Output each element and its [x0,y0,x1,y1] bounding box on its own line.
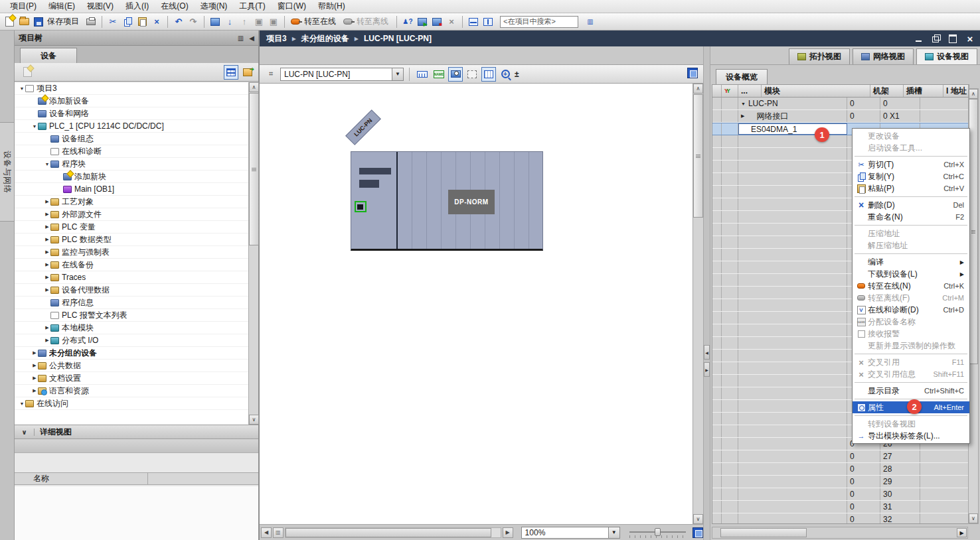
scroll-thumb[interactable] [249,93,259,245]
tree-item-在线和诊断[interactable]: 在线和诊断 [15,145,258,158]
tree-expander-icon[interactable]: ▶ [44,237,50,242]
module-cell[interactable] [738,186,847,198]
breadcrumb-segment[interactable]: 未分组的设备 [301,33,349,44]
menubar-item[interactable]: 工具(T) [233,0,271,13]
tree-item-分布式 I/O[interactable]: ▶分布式 I/O [15,334,258,347]
tree-item-语言和资源[interactable]: ▶语言和资源 [15,385,258,397]
close-button[interactable]: × [965,34,975,43]
module-cell[interactable] [738,261,847,273]
tree-item-添加新设备[interactable]: 添加新设备 [15,95,258,107]
module-cell[interactable] [738,312,847,324]
module-cell[interactable] [738,476,847,488]
menubar-item[interactable]: 窗口(W) [272,0,312,13]
tree-item-Traces[interactable]: ▶Traces [15,271,258,284]
table-row-LUC-PN[interactable]: ▼LUC-PN00 [712,98,969,110]
module-cell[interactable] [738,236,847,248]
tree-expander-icon[interactable]: ▶ [44,212,50,217]
tree-expander-icon[interactable]: ▶ [44,199,50,204]
restore-button[interactable] [931,34,940,43]
module-cell[interactable] [738,198,847,210]
go-online-button[interactable] [289,15,302,29]
delete-button[interactable]: × [150,15,163,29]
tree-expander-icon[interactable]: ▶ [31,375,38,381]
module-cell[interactable] [738,513,847,524]
zoom-slider-thumb[interactable] [655,528,661,536]
splitter-collapse-right-handle[interactable]: ▶ [704,362,710,377]
menu-item-编译[interactable]: 编译▶ [853,256,969,268]
module-cell[interactable] [738,362,847,374]
menu-item-转至在线(N)[interactable]: 转至在线(N)Ctrl+K [853,280,969,292]
undo-button[interactable]: ↶ [172,15,185,29]
module-cell[interactable] [738,148,847,160]
grid-toggle[interactable] [465,67,479,82]
scroll-thumb[interactable] [720,528,807,537]
menu-item-粘贴(P)[interactable]: 粘贴(P)Ctrl+V [853,182,969,194]
tree-item-程序块[interactable]: ▼程序块 [15,158,258,170]
module-cell[interactable] [738,249,847,261]
zoom-button[interactable]: + [498,67,513,82]
module-cell[interactable] [738,425,847,437]
device-view-canvas[interactable]: LUC-PN DP-NORM [260,84,693,524]
scroll-down-button[interactable]: ∨ [249,415,259,425]
module-cell[interactable] [738,173,847,185]
zoom-level-dropdown[interactable]: 100% ▼ [521,527,620,539]
split-editor-vertical-button[interactable] [481,15,495,29]
device-overview-tab[interactable]: 设备概览 [716,69,768,84]
module-cell[interactable] [738,438,847,450]
view-tab-拓扑视图[interactable]: 拓扑视图 [789,48,850,64]
menu-item-复制(Y)[interactable]: 复制(Y)Ctrl+C [853,170,969,182]
module-cell[interactable] [738,387,847,399]
cross-references-button[interactable]: × [445,15,458,29]
scroll-thumb[interactable] [286,528,491,537]
tree-expander-icon[interactable]: ▶ [44,262,50,267]
network-data-button[interactable]: ⌗ [264,67,278,82]
tree-expander-icon[interactable]: ▶ [44,287,50,293]
table-row-网络接口[interactable]: ▶网络接口00 X1 [712,110,969,123]
stop-cpu-button[interactable]: ▣ [267,15,280,29]
library-view-button[interactable]: ▥ [584,15,597,29]
zoom-step-icon[interactable]: ± [515,70,519,79]
stop-simulation-button[interactable] [430,15,444,29]
devices-networks-rail-tab[interactable]: 设备与网络 [0,122,15,222]
upload-from-device-button[interactable]: ↑ [238,15,251,29]
menu-item-下载到设备(L)[interactable]: 下载到设备(L)▶ [853,268,969,280]
project-tree-scrollbar[interactable]: ∧ ∨ [248,82,258,425]
go-online-label[interactable]: 转至在线 [304,16,336,27]
tree-item-工艺对象[interactable]: ▶工艺对象 [15,196,258,208]
menu-item-剪切(T)[interactable]: 剪切(T)Ctrl+X [853,159,969,170]
tree-item-未分组的设备[interactable]: ▶未分组的设备 [15,347,258,360]
menubar-item[interactable]: 编辑(E) [42,0,81,13]
tree-item-在线备份[interactable]: ▶在线备份 [15,259,258,271]
open-project-button[interactable] [17,15,31,29]
show-labels-toggle[interactable] [448,67,463,82]
maximize-button[interactable] [948,34,957,43]
fit-to-window-icon[interactable] [693,527,703,538]
scroll-left-button[interactable]: ◀ [261,527,272,538]
go-offline-label[interactable]: 转至离线 [357,16,388,27]
menu-item-重命名(N)[interactable]: 重命名(N)F2 [853,211,969,223]
table-row[interactable]: 028 [712,463,969,476]
tree-expander-icon[interactable]: ▶ [44,224,50,230]
tree-item-添加新块[interactable]: 添加新块 [15,170,258,183]
go-offline-button[interactable] [341,15,355,29]
module-cell[interactable] [738,299,847,311]
module-cell[interactable] [738,337,847,349]
tree-expander-icon[interactable]: ▶ [31,363,38,368]
start-simulation-button[interactable] [416,15,429,29]
tree-item-PLC_1 [CPU 1214C DC/DC/DC][interactable]: ▼PLC_1 [CPU 1214C DC/DC/DC] [15,120,258,133]
menubar-item[interactable]: 插入(I) [120,0,155,13]
table-row[interactable]: 027 [712,450,969,463]
download-to-device-button[interactable]: ↓ [223,15,236,29]
collapse-details-icon[interactable]: ∨ [15,429,35,436]
tree-item-公共数据[interactable]: ▶公共数据 [15,360,258,372]
tree-item-监控与强制表[interactable]: ▶监控与强制表 [15,246,258,259]
menu-item-删除(D)[interactable]: 删除(D)Del [853,199,969,211]
accessible-devices-button[interactable]: ♟? [401,15,414,29]
save-project-label[interactable]: 保存项目 [47,16,79,27]
module-cell[interactable] [738,400,847,412]
redo-button[interactable]: ↷ [187,15,200,29]
tree-expander-icon[interactable]: ▶ [44,325,50,330]
module-column-header[interactable]: 模块 [762,85,870,97]
tree-item-Main [OB1][interactable]: Main [OB1] [15,183,258,196]
overview-horizontal-scrollbar[interactable]: ▶ [712,527,968,539]
